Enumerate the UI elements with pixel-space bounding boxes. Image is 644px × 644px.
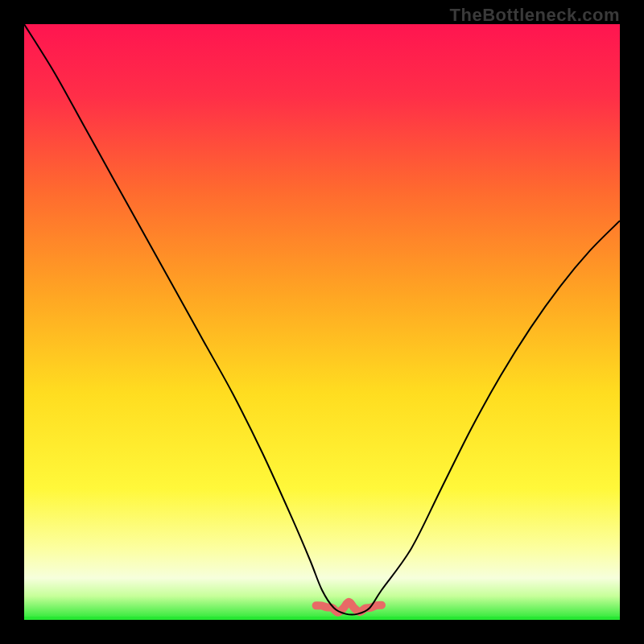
plot-area xyxy=(24,24,620,620)
gradient-background xyxy=(24,24,620,620)
watermark-text: TheBottleneck.com xyxy=(450,5,620,26)
plot-svg xyxy=(24,24,620,620)
chart-frame: TheBottleneck.com xyxy=(0,0,644,644)
